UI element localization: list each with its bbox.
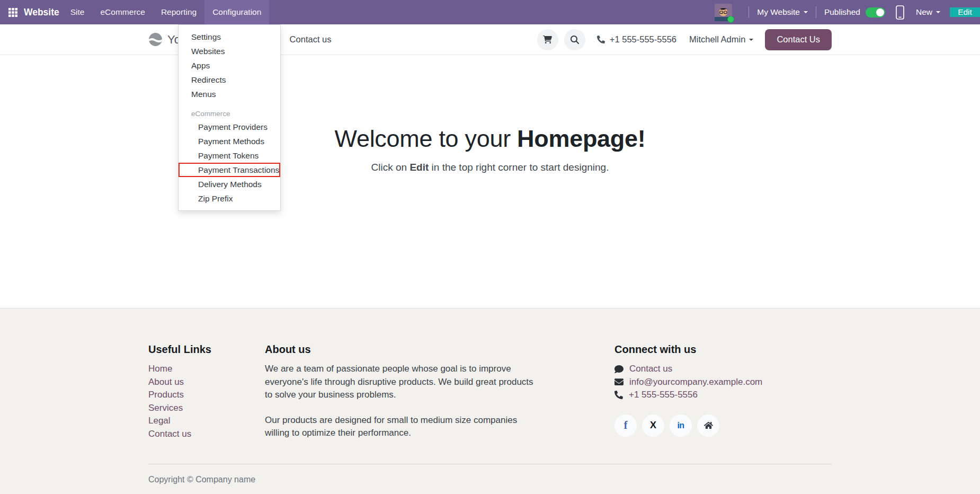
footer-about-paragraph: Our products are designed for small to m… [265, 414, 540, 440]
menu-item-redirects[interactable]: Redirects [179, 73, 280, 87]
chevron-down-icon [936, 11, 940, 13]
facebook-icon: f [624, 419, 628, 431]
footer-divider [148, 464, 832, 464]
chat-bubble-icon [614, 365, 623, 374]
x-twitter-button[interactable]: X [642, 414, 664, 437]
cart-button[interactable] [537, 29, 558, 50]
homepage-hero: Welcome to your Homepage! Click on Edit … [0, 55, 980, 308]
published-label: Published [824, 7, 860, 17]
cart-icon [543, 35, 552, 44]
footer-link-about-us[interactable]: About us [148, 376, 211, 389]
footer-link-home[interactable]: Home [148, 363, 211, 376]
topmenu-site[interactable]: Site [63, 0, 93, 24]
topmenu-ecommerce[interactable]: eCommerce [93, 0, 153, 24]
hero-subtitle: Click on Edit in the top right corner to… [0, 162, 980, 173]
my-website-dropdown[interactable]: My Website [757, 7, 808, 17]
new-dropdown[interactable]: New [916, 7, 940, 17]
hero-title: Welcome to your Homepage! [0, 125, 980, 153]
envelope-icon [614, 377, 623, 386]
linkedin-button[interactable]: in [670, 414, 692, 437]
published-toggle[interactable] [866, 7, 885, 17]
topmenu-configuration[interactable]: Configuration [204, 0, 269, 24]
x-twitter-icon: X [650, 420, 656, 431]
toggle-knob [876, 8, 884, 16]
menu-item-payment-transactions[interactable]: Payment Transactions [179, 163, 280, 177]
mobile-preview-icon [896, 5, 904, 20]
navbar-separator [749, 6, 749, 18]
footer-phone-link[interactable]: +1 555-555-5556 [614, 389, 826, 402]
mobile-preview-button[interactable] [896, 5, 904, 20]
website-header: YourCompany Contact us +1 555-555-5556 [0, 24, 980, 55]
menu-item-payment-tokens[interactable]: Payment Tokens [179, 148, 280, 163]
menu-section-ecommerce: eCommerce [179, 108, 280, 120]
footer-useful-links-title: Useful Links [148, 343, 211, 356]
site-footer: Useful Links Home About us Products Serv… [0, 308, 980, 494]
menu-item-websites[interactable]: Websites [179, 44, 280, 58]
search-button[interactable] [564, 29, 585, 50]
site-nav-contact-us[interactable]: Contact us [290, 34, 332, 45]
configuration-dropdown-menu: Settings Websites Apps Redirects Menus e… [178, 24, 281, 211]
user-avatar[interactable] [715, 4, 732, 21]
footer-social-row: f X in [614, 414, 826, 437]
facebook-button[interactable]: f [614, 414, 637, 437]
home-icon [704, 421, 713, 430]
menu-item-settings[interactable]: Settings [179, 30, 280, 44]
company-logo-icon [148, 32, 163, 47]
copyright-text: Copyright © Company name [148, 475, 255, 484]
linkedin-icon: in [677, 421, 684, 430]
top-navbar: Website Site eCommerce Reporting Configu… [0, 0, 980, 24]
navbar-separator [816, 6, 816, 18]
footer-email-link[interactable]: info@yourcompany.example.com [614, 376, 826, 389]
footer-link-services[interactable]: Services [148, 402, 211, 415]
phone-icon [614, 391, 623, 399]
menu-item-payment-methods[interactable]: Payment Methods [179, 134, 280, 148]
footer-link-contact-us[interactable]: Contact us [148, 428, 211, 441]
apps-grid-button[interactable] [0, 0, 17, 24]
header-phone-link[interactable]: +1 555-555-5556 [597, 34, 676, 45]
app-brand-website[interactable]: Website [24, 0, 59, 24]
menu-item-menus[interactable]: Menus [179, 87, 280, 101]
menu-item-payment-providers[interactable]: Payment Providers [179, 120, 280, 134]
footer-connect-title: Connect with us [614, 343, 826, 356]
menu-item-apps[interactable]: Apps [179, 58, 280, 73]
footer-about-paragraph: We are a team of passionate people whose… [265, 363, 540, 402]
footer-about-title: About us [265, 343, 540, 356]
user-account-dropdown[interactable]: Mitchell Admin [689, 34, 753, 45]
topmenu-reporting[interactable]: Reporting [153, 0, 204, 24]
apps-grid-icon [8, 8, 17, 17]
chevron-down-icon [804, 11, 808, 13]
phone-icon [597, 36, 605, 43]
website-home-button[interactable] [697, 414, 719, 437]
search-icon [571, 36, 579, 44]
online-status-dot [727, 16, 734, 23]
contact-us-button[interactable]: Contact Us [765, 29, 832, 50]
edit-button[interactable]: Edit [950, 7, 980, 17]
menu-item-zip-prefix[interactable]: Zip Prefix [179, 191, 280, 206]
chevron-down-icon [749, 39, 753, 41]
footer-contact-link[interactable]: Contact us [614, 363, 826, 376]
menu-item-delivery-methods[interactable]: Delivery Methods [179, 177, 280, 191]
footer-link-legal[interactable]: Legal [148, 414, 211, 428]
footer-link-products[interactable]: Products [148, 389, 211, 402]
